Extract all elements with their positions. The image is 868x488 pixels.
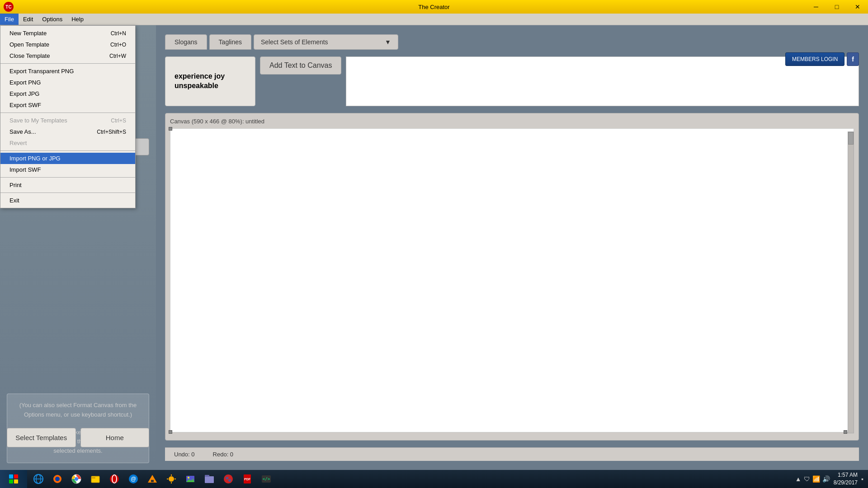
select-templates-button[interactable]: Select Templates	[7, 428, 76, 447]
menu-import-png-jpg[interactable]: Import PNG or JPG	[0, 153, 135, 164]
taskbar-system-icons: ▲ 🛡 📶 🔊	[795, 475, 830, 483]
svg-rect-23	[205, 476, 214, 483]
menu-new-template[interactable]: New Template Ctrl+N	[0, 28, 135, 39]
taskbar-opera-icon[interactable]	[105, 471, 123, 487]
separator-5	[0, 192, 135, 193]
canvas-scrollbar-vertical[interactable]	[848, 131, 854, 433]
canvas-title: Canvas (590 x 466 @ 80%): untitled	[170, 118, 854, 125]
menu-export-png[interactable]: Export PNG	[0, 77, 135, 88]
sidebar-info-text1: (You can also select Format Canvas from …	[14, 401, 142, 420]
menu-revert: Revert	[0, 137, 135, 149]
menu-bar: File Edit Options Help	[0, 14, 868, 25]
title-bar: TC The Creator ─ □ ✕	[0, 0, 868, 14]
menu-item-file[interactable]: File	[0, 14, 19, 25]
svg-text:PDF: PDF	[244, 478, 251, 481]
volume-icon[interactable]: 🔊	[822, 475, 830, 483]
minimize-button[interactable]: ─	[806, 0, 826, 14]
taglines-tab[interactable]: Taglines	[209, 34, 251, 50]
taskbar-chrome-icon[interactable]	[67, 471, 85, 487]
bottom-buttons: Select Templates Home	[7, 428, 149, 447]
menu-export-transparent-png[interactable]: Export Transparent PNG	[0, 66, 135, 77]
taskbar-right: ▲ 🛡 📶 🔊 1:57 AM 8/29/2017 ▪	[791, 470, 868, 488]
menu-item-options[interactable]: Options	[38, 14, 67, 25]
menu-close-template[interactable]: Close Template Ctrl+W	[0, 50, 135, 61]
security-icon: 🛡	[804, 475, 810, 483]
taskbar-game-icon[interactable]: 🐾	[219, 471, 237, 487]
window-title: The Creator	[418, 4, 449, 10]
text-preview-panel: experience joy unspeakable	[165, 56, 255, 106]
close-button[interactable]: ✕	[847, 0, 868, 14]
slogans-tab[interactable]: Slogans	[165, 34, 207, 50]
svg-point-21	[188, 477, 189, 479]
taskbar-sun-icon[interactable]	[162, 471, 180, 487]
canvas-handle-br	[844, 430, 847, 434]
app-icon: TC	[4, 2, 14, 12]
network-icon: 📶	[812, 475, 820, 483]
svg-rect-8	[91, 477, 95, 479]
tab-controls: Slogans Taglines Select Sets of Elements…	[165, 34, 859, 50]
maximize-button[interactable]: □	[826, 0, 847, 14]
taskbar-ie-icon[interactable]	[29, 471, 47, 487]
select-elements-label: Select Sets of Elements	[261, 38, 328, 46]
canvas-board[interactable]	[170, 128, 854, 432]
taskbar-email-icon[interactable]: @	[124, 471, 142, 487]
menu-print[interactable]: Print	[0, 179, 135, 191]
date-display: 8/29/2017	[834, 479, 858, 487]
separator-4	[0, 177, 135, 178]
menu-export-jpg[interactable]: Export JPG	[0, 88, 135, 99]
separator-1	[0, 63, 135, 64]
canvas-handle-tl	[169, 127, 172, 131]
svg-text:</>: </>	[263, 477, 270, 481]
redo-text: Redo: 0	[213, 451, 234, 458]
menu-exit[interactable]: Exit	[0, 195, 135, 206]
preview-text-line2: unspeakable	[175, 81, 246, 91]
chevron-up-icon[interactable]: ▲	[795, 475, 802, 483]
svg-text:🐾: 🐾	[225, 476, 231, 482]
separator-2	[0, 113, 135, 113]
menu-item-edit[interactable]: Edit	[19, 14, 38, 25]
taskbar-dev-icon[interactable]: </>	[257, 471, 275, 487]
svg-point-4	[55, 477, 60, 481]
menu-export-swf[interactable]: Export SWF	[0, 99, 135, 111]
content-area: MEMBERS LOGIN f Slogans Taglines Select …	[156, 25, 868, 470]
canvas-container: Canvas (590 x 466 @ 80%): untitled	[165, 113, 859, 441]
start-button[interactable]	[0, 470, 27, 488]
scrollbar-thumb-vertical[interactable]	[848, 132, 854, 145]
svg-rect-14	[151, 480, 154, 482]
menu-item-help[interactable]: Help	[67, 14, 88, 25]
undo-redo-bar: Undo: 0 Redo: 0	[165, 447, 859, 461]
taskbar-photos-icon[interactable]	[181, 471, 199, 487]
top-right-buttons: MEMBERS LOGIN f	[785, 52, 859, 66]
window-controls: ─ □ ✕	[806, 0, 868, 14]
home-button[interactable]: Home	[80, 428, 150, 447]
select-elements-dropdown[interactable]: Select Sets of Elements ▼	[254, 34, 398, 50]
time-display: 1:57 AM	[834, 471, 858, 479]
menu-save-to-my-templates: Save to My Templates Ctrl+S	[0, 115, 135, 126]
members-login-button[interactable]: MEMBERS LOGIN	[785, 52, 844, 66]
menu-open-template[interactable]: Open Template Ctrl+O	[0, 39, 135, 50]
preview-text-line1: experience joy	[175, 72, 246, 81]
taskbar: @	[0, 470, 868, 488]
svg-rect-24	[205, 475, 209, 477]
text-section: experience joy unspeakable Add Text to C…	[165, 56, 859, 106]
file-dropdown-menu: New Template Ctrl+N Open Template Ctrl+O…	[0, 25, 136, 208]
taskbar-filemanager-icon[interactable]	[200, 471, 218, 487]
dropdown-arrow-icon: ▼	[385, 38, 391, 46]
svg-point-15	[169, 476, 174, 482]
undo-text: Undo: 0	[174, 451, 195, 458]
add-text-button[interactable]: Add Text to Canvas	[260, 56, 341, 75]
text-input-area[interactable]	[346, 56, 859, 106]
show-desktop-icon[interactable]: ▪	[861, 475, 863, 483]
taskbar-explorer-icon[interactable]	[86, 471, 104, 487]
svg-point-9	[110, 474, 119, 483]
menu-save-as[interactable]: Save As... Ctrl+Shift+S	[0, 126, 135, 137]
windows-logo-icon	[9, 474, 18, 483]
menu-import-swf[interactable]: Import SWF	[0, 164, 135, 175]
taskbar-time: 1:57 AM 8/29/2017	[834, 471, 858, 487]
facebook-button[interactable]: f	[847, 52, 859, 66]
svg-text:@: @	[131, 476, 136, 482]
taskbar-pdf-icon[interactable]: PDF	[238, 471, 256, 487]
taskbar-firefox-icon[interactable]	[48, 471, 66, 487]
separator-3	[0, 150, 135, 151]
taskbar-vlc-icon[interactable]	[143, 471, 161, 487]
